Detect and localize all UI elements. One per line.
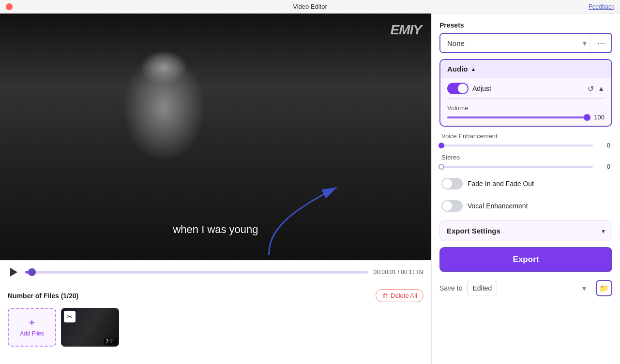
presets-more-button[interactable]: ⋯ bbox=[590, 34, 611, 52]
audio-adjust-row: Adjust ↺ ▲ bbox=[447, 83, 605, 99]
voice-value: 0 bbox=[597, 142, 610, 149]
add-files-button[interactable]: + Add Files bbox=[8, 308, 56, 347]
stereo-value: 0 bbox=[597, 163, 610, 170]
delete-all-label: Delete All bbox=[391, 292, 417, 299]
voice-enhancement-label: Voice Enhancement bbox=[441, 132, 610, 140]
export-settings-section[interactable]: Export Settings ▾ bbox=[439, 220, 612, 241]
video-container: EMIY when I was young bbox=[0, 14, 431, 260]
time-display: 00:00:01 / 00:11:09 bbox=[374, 269, 423, 276]
vocal-toggle-knob bbox=[442, 201, 452, 211]
presets-dropdown-wrapper: None Preset 1 Preset 2 ▾ ⋯ bbox=[439, 33, 612, 53]
save-to-label: Save to bbox=[439, 284, 462, 292]
export-button[interactable]: Export bbox=[439, 247, 612, 272]
save-to-row: Save to Edited ▾ 📁 bbox=[439, 278, 612, 298]
delete-all-button[interactable]: 🗑 Delete All bbox=[376, 289, 423, 302]
presets-label: Presets bbox=[439, 21, 612, 29]
adjust-toggle[interactable] bbox=[447, 83, 469, 94]
volume-slider-thumb[interactable] bbox=[584, 114, 590, 121]
file-thumbnails: + Add Files ✂ 2:11 bbox=[8, 308, 423, 347]
add-plus-icon: + bbox=[29, 318, 35, 328]
volume-slider-row: Volume 100 bbox=[447, 104, 605, 121]
file-section-header: Number of Files (1/20) 🗑 Delete All bbox=[8, 289, 423, 302]
export-settings-header[interactable]: Export Settings ▾ bbox=[447, 227, 605, 235]
presets-select[interactable]: None Preset 1 Preset 2 bbox=[440, 34, 579, 52]
file-section: Number of Files (1/20) 🗑 Delete All + Ad… bbox=[0, 283, 431, 364]
feedback-link[interactable]: Feedback bbox=[589, 3, 614, 10]
file-thumbnail[interactable]: ✂ 2:11 bbox=[61, 308, 119, 347]
toggle-knob bbox=[458, 84, 468, 93]
stereo-slider-track[interactable] bbox=[441, 166, 593, 168]
play-button[interactable] bbox=[8, 266, 19, 278]
total-time: 00:11:09 bbox=[401, 269, 423, 276]
fade-toggle-row: Fade In and Fade Out bbox=[441, 175, 610, 192]
trash-icon: 🗑 bbox=[382, 292, 388, 299]
video-subtitle: when I was young bbox=[173, 223, 258, 236]
left-panel: EMIY when I was young bbox=[0, 14, 431, 364]
app-title: Video Editor bbox=[293, 3, 327, 10]
voice-slider-thumb[interactable] bbox=[439, 143, 444, 148]
audio-chevron-up-icon: ▲ bbox=[471, 66, 476, 72]
presets-chevron-icon: ▾ bbox=[579, 39, 590, 48]
save-to-folder-button[interactable]: 📁 bbox=[596, 280, 612, 296]
vocal-toggle[interactable] bbox=[441, 200, 463, 212]
adjust-label: Adjust bbox=[472, 85, 491, 92]
volume-slider-fill bbox=[447, 116, 587, 118]
audio-header: Audio ▲ bbox=[440, 60, 611, 78]
fade-label: Fade In and Fade Out bbox=[468, 180, 534, 188]
stereo-slider-control: 0 bbox=[441, 163, 610, 170]
progress-bar[interactable] bbox=[25, 271, 368, 274]
fade-toggle-knob bbox=[442, 179, 452, 189]
vocal-label: Vocal Enhancement bbox=[468, 202, 528, 210]
voice-slider-control: 0 bbox=[441, 142, 610, 149]
audio-body: Adjust ↺ ▲ Volume 100 bbox=[440, 78, 611, 126]
video-background: EMIY when I was young bbox=[0, 14, 431, 260]
stereo-row: Stereo 0 bbox=[441, 154, 610, 170]
add-files-label: Add Files bbox=[20, 330, 44, 337]
play-icon bbox=[10, 268, 17, 277]
folder-icon: 📁 bbox=[599, 284, 609, 293]
current-time: 00:00:01 bbox=[374, 269, 396, 276]
top-bar: Video Editor Feedback bbox=[0, 0, 620, 14]
stereo-label: Stereo bbox=[441, 154, 610, 161]
extra-controls: Voice Enhancement 0 Stereo 0 bbox=[439, 132, 612, 215]
fade-toggle[interactable] bbox=[441, 178, 463, 189]
main-content: EMIY when I was young bbox=[0, 14, 620, 364]
volume-slider-track[interactable] bbox=[447, 116, 587, 118]
presets-section: Presets None Preset 1 Preset 2 ▾ ⋯ bbox=[439, 21, 612, 53]
scissors-icon: ✂ bbox=[64, 311, 76, 322]
audio-label: Audio bbox=[447, 65, 468, 73]
audio-reset-button[interactable]: ↺ bbox=[588, 84, 594, 93]
traffic-light-close[interactable] bbox=[6, 3, 13, 10]
export-settings-chevron-icon: ▾ bbox=[602, 227, 605, 235]
audio-section: Audio ▲ Adjust ↺ ▲ bbox=[439, 59, 612, 127]
video-watermark: EMIY bbox=[391, 22, 422, 38]
voice-slider-track[interactable] bbox=[441, 145, 593, 146]
save-to-dropdown[interactable]: Edited bbox=[467, 281, 497, 295]
audio-collapse-button[interactable]: ▲ bbox=[598, 85, 605, 92]
volume-slider-control: 100 bbox=[447, 114, 605, 121]
export-settings-title: Export Settings bbox=[447, 227, 500, 235]
voice-enhancement-row: Voice Enhancement 0 bbox=[441, 132, 610, 149]
file-count: Number of Files (1/20) bbox=[8, 292, 78, 300]
volume-value: 100 bbox=[591, 114, 605, 121]
stereo-slider-thumb[interactable] bbox=[439, 164, 444, 170]
volume-label: Volume bbox=[447, 104, 605, 112]
thumbnail-duration: 2:11 bbox=[104, 338, 117, 345]
save-to-chevron-icon: ▾ bbox=[582, 284, 586, 293]
right-panel: Presets None Preset 1 Preset 2 ▾ ⋯ Audio… bbox=[431, 14, 620, 364]
audio-title: Audio ▲ bbox=[447, 65, 476, 73]
progress-thumb[interactable] bbox=[28, 268, 36, 276]
video-controls: 00:00:01 / 00:11:09 bbox=[0, 260, 431, 283]
vocal-toggle-row: Vocal Enhancement bbox=[441, 197, 610, 215]
